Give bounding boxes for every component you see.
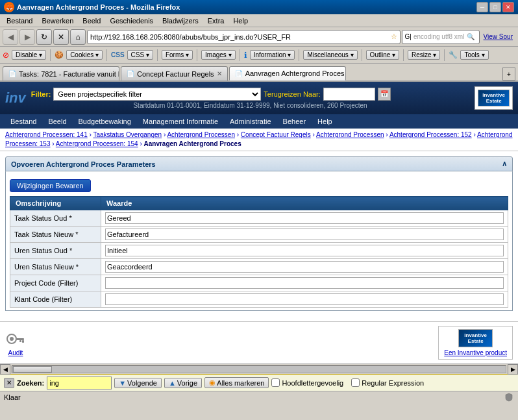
tab-aanvragen-label: Aanvragen Achtergrond Proces <box>245 69 345 77</box>
menu-bewerken[interactable]: Bewerken <box>38 16 77 25</box>
find-prev-icon: ▲ <box>169 379 176 387</box>
breadcrumb-link-4[interactable]: Concept Factuur Regels <box>241 131 311 138</box>
menu-beeld[interactable]: Beeld <box>79 16 105 25</box>
images-button[interactable]: Images ▾ <box>201 50 236 60</box>
row2-label: Taak Status Nieuw * <box>10 227 101 243</box>
row4-input[interactable] <box>105 261 504 273</box>
find-highlight-button[interactable]: ◉ Alles markeren <box>204 377 269 388</box>
breadcrumb-link-3[interactable]: Achtergrond Processen <box>167 131 235 138</box>
title-bar: 🦊 Aanvragen Achtergrond Proces - Mozilla… <box>0 0 518 14</box>
menu-bladwijzers[interactable]: Bladwijzers <box>158 16 203 25</box>
app-menu-management[interactable]: Management Informatie <box>138 116 223 127</box>
scroll-track[interactable] <box>12 365 506 373</box>
view-source-button[interactable]: View Sour <box>481 32 515 42</box>
tools-button[interactable]: Tools ▾ <box>460 50 488 60</box>
close-button[interactable]: ✕ <box>502 2 514 12</box>
row3-input[interactable] <box>105 245 504 256</box>
tab-aanvragen[interactable]: 📄 Aanvragen Achtergrond Proces ✕ <box>229 66 346 80</box>
app-menu-bestand[interactable]: Bestand <box>5 116 42 127</box>
sep4 <box>197 49 197 61</box>
breadcrumb-link-8[interactable]: Achtergrond Processen: 154 <box>56 140 138 147</box>
app-menu-beeld[interactable]: Beeld <box>43 116 71 127</box>
breadcrumb-link-2[interactable]: Taakstatus Overgangen <box>93 131 162 138</box>
status-bar: Klaar <box>0 391 518 402</box>
home-button[interactable]: ⌂ <box>70 29 86 45</box>
find-input[interactable] <box>47 377 112 389</box>
breadcrumb-link-5[interactable]: Achtergrond Processen <box>316 131 384 138</box>
nav-bar: ◀ ▶ ↻ ✕ ⌂ http://192.168.168.205:8080/ab… <box>0 27 518 47</box>
find-close-button[interactable]: ✕ <box>4 378 14 388</box>
bookmark-star-icon[interactable]: ☆ <box>391 32 397 41</box>
addon-toolbar: ⊘ Disable ▾ 🍪 Cookies ▾ CSS CSS ▾ Forms … <box>0 47 518 64</box>
information-button[interactable]: Information ▾ <box>250 50 295 60</box>
row2-value[interactable] <box>101 227 508 243</box>
app-header: inv Filter: Geen projectspecifiek filter… <box>0 82 518 114</box>
sep1 <box>50 49 51 61</box>
app-menu-beheer[interactable]: Beheer <box>278 116 311 127</box>
disable-button[interactable]: Disable ▾ <box>12 50 46 60</box>
audit-link[interactable]: Audit <box>5 330 26 356</box>
row1-label: Taak Status Oud * <box>10 210 101 227</box>
row6-input[interactable] <box>105 293 504 305</box>
svg-rect-4 <box>19 340 21 342</box>
tab-concept-close[interactable]: ✕ <box>217 70 222 77</box>
search-text: encoding utf8 xml <box>413 33 464 40</box>
new-tab-button[interactable]: + <box>502 68 515 80</box>
info-icon: ℹ <box>244 51 247 60</box>
minimize-button[interactable]: ─ <box>476 2 488 12</box>
scroll-right-button[interactable]: ▶ <box>508 364 518 375</box>
row3-value[interactable] <box>101 243 508 259</box>
scroll-thumb[interactable] <box>13 366 52 373</box>
outline-button[interactable]: Outline ▾ <box>366 50 399 60</box>
back-button[interactable]: ◀ <box>3 29 18 45</box>
row2-input[interactable] <box>105 229 504 240</box>
regex-label: Regular Expression <box>362 379 424 387</box>
collapse-icon[interactable]: ∧ <box>502 160 507 168</box>
stop-button[interactable]: ✕ <box>53 29 69 45</box>
row6-value[interactable] <box>101 291 508 308</box>
menu-extra[interactable]: Extra <box>204 16 228 25</box>
filter-label: Filter: <box>31 90 51 98</box>
terug-input[interactable] <box>323 88 375 101</box>
main-content: Opvoeren Achtergrond Proces Parameters ∧… <box>0 151 518 321</box>
row4-value[interactable] <box>101 259 508 275</box>
case-sensitive-checkbox[interactable] <box>271 378 280 387</box>
app-menu-help[interactable]: Help <box>312 116 338 127</box>
sep8 <box>403 49 404 61</box>
regex-area: Regular Expression <box>351 378 424 387</box>
restore-button[interactable]: □ <box>489 2 501 12</box>
svg-point-1 <box>10 337 14 341</box>
tab-tasks[interactable]: 📄 Tasks: 7821 - Facturatie vanuit King ✕ <box>3 66 119 80</box>
scroll-left-button[interactable]: ◀ <box>0 364 10 375</box>
filter-select[interactable]: Geen projectspecifiek filter <box>53 88 261 101</box>
resize-button[interactable]: Resize ▾ <box>408 50 440 60</box>
tools-icon: 🔧 <box>449 51 458 59</box>
menu-bestand[interactable]: Bestand <box>3 16 36 25</box>
row1-value[interactable] <box>101 210 508 227</box>
breadcrumb-link-6[interactable]: Achtergrond Processen: 152 <box>389 131 472 138</box>
url-text: http://192.168.168.205:8080/abubs/bubs_j… <box>90 33 388 41</box>
breadcrumb-link-1[interactable]: Achtergrond Processen: 141 <box>5 131 88 138</box>
app-menu-administratie[interactable]: Administratie <box>225 116 277 127</box>
forms-button[interactable]: Forms ▾ <box>162 50 193 60</box>
regex-checkbox[interactable] <box>351 378 360 387</box>
css-button[interactable]: CSS ▾ <box>127 50 153 60</box>
find-prev-button[interactable]: ▲ Vorige <box>164 378 202 388</box>
search-bar[interactable]: G| encoding utf8 xml 🔍 <box>402 30 480 44</box>
menu-geschiedenis[interactable]: Geschiedenis <box>106 16 157 25</box>
row1-input[interactable] <box>105 212 504 224</box>
invantive-product-text[interactable]: Een Invantive product <box>444 349 507 356</box>
tab-concept[interactable]: 📄 Concept Factuur Regels ✕ <box>121 66 228 80</box>
calendar-button[interactable]: 📅 <box>378 88 391 101</box>
app-menu-budgetbewaking[interactable]: Budgetbewaking <box>73 116 136 127</box>
url-bar[interactable]: http://192.168.168.205:8080/abubs/bubs_j… <box>87 30 401 44</box>
cookies-button[interactable]: Cookies ▾ <box>66 50 103 60</box>
find-next-button[interactable]: ▼ Volgende <box>114 378 162 388</box>
refresh-button[interactable]: ↻ <box>36 29 52 45</box>
forward-button[interactable]: ▶ <box>19 29 35 45</box>
menu-help[interactable]: Help <box>229 16 252 25</box>
row5-input[interactable] <box>105 277 504 289</box>
row5-value[interactable] <box>101 275 508 291</box>
save-button[interactable]: Wijzigingen Bewaren <box>10 179 91 192</box>
miscellaneous-button[interactable]: Miscellaneous ▾ <box>303 50 357 60</box>
